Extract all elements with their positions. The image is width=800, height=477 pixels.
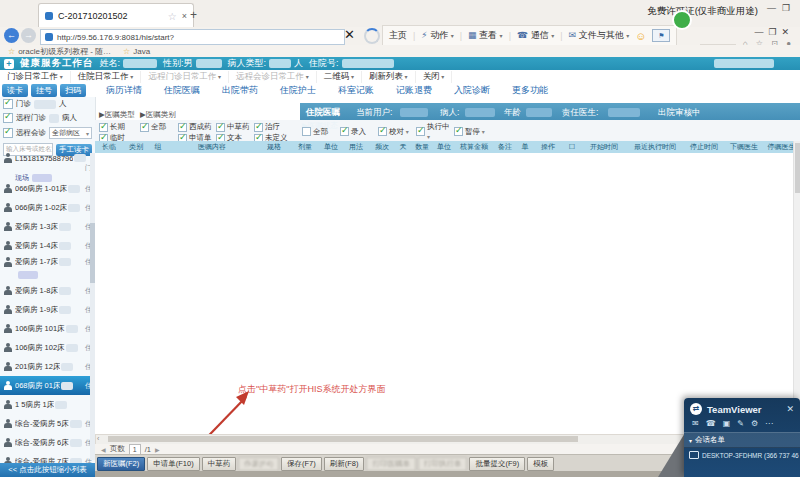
session-list-header[interactable]: ▾ 会话名单 xyxy=(684,432,800,448)
browser-window-controls[interactable]: —❐✕ xyxy=(754,27,794,37)
table-column-header[interactable]: 数量 xyxy=(411,142,433,152)
menu-item[interactable]: 刷新列表 ▾ xyxy=(362,71,416,83)
scroll-left-icon[interactable]: ‹ xyxy=(97,435,99,442)
tv-home-button[interactable]: 主页 xyxy=(389,29,407,42)
filter-checkbox[interactable]: 西成药 xyxy=(178,122,216,132)
stop-icon[interactable]: ✕ xyxy=(344,27,355,42)
table-column-header[interactable]: 单位 xyxy=(319,142,343,152)
tv-menu-communication[interactable]: ☎ 通信 ▾ xyxy=(517,29,554,42)
table-column-header[interactable]: 停止时间 xyxy=(683,142,725,152)
toolbar-button[interactable]: 保存(F7) xyxy=(281,457,322,471)
tv-menu-files[interactable]: ✉ 文件与其他 ▾ xyxy=(569,29,630,42)
table-column-header[interactable]: 最近执行时间 xyxy=(627,142,683,152)
filter-outpatient[interactable]: 门诊 人 xyxy=(0,97,95,111)
toolbar-button[interactable]: 打印医嘱单 xyxy=(366,457,416,471)
feedback-smiley-icon[interactable]: ☺ xyxy=(635,30,646,42)
module-tab[interactable]: 病历详情 xyxy=(95,84,153,97)
table-column-header[interactable]: 剂量 xyxy=(291,142,319,152)
settings-gear-icon[interactable]: ⚙ xyxy=(751,419,758,428)
ward-select[interactable]: 全部病区▾ xyxy=(49,127,92,139)
table-column-header[interactable]: 开始时间 xyxy=(581,142,627,152)
table-column-header[interactable]: 组 xyxy=(149,142,167,152)
patient-row[interactable]: 1 5病房 1床 xyxy=(0,395,95,414)
checkbox-icon[interactable] xyxy=(3,99,13,109)
tab-close-icon[interactable]: × xyxy=(182,11,187,21)
toolbar-button[interactable]: 中草药 xyxy=(202,457,237,471)
bookmark-item[interactable]: ☆ oracle初级系列教程 - 随… xyxy=(8,46,111,57)
back-icon[interactable]: ← xyxy=(4,28,19,43)
toolbar-button[interactable]: 模板 xyxy=(527,457,554,471)
table-column-header[interactable]: 天 xyxy=(395,142,411,152)
scrollbar-thumb[interactable] xyxy=(108,436,578,442)
patient-row[interactable]: 068病房 01床 住 xyxy=(0,376,95,395)
tv-menu-view[interactable]: ▦ 查看 ▾ xyxy=(468,29,503,42)
video-icon[interactable]: ▣ xyxy=(723,419,731,428)
table-column-header[interactable]: ☐ xyxy=(563,143,581,151)
page-prev-icon[interactable]: ◀ xyxy=(101,446,106,453)
module-tab[interactable]: 住院医嘱 xyxy=(153,84,211,97)
forward-icon[interactable]: → xyxy=(21,28,36,43)
menu-item[interactable]: 远程会诊日常工作 ▾ xyxy=(229,71,317,83)
patient-row[interactable]: 爱病房 1-4床 住 xyxy=(0,236,95,255)
patient-row[interactable]: 综合-爱病房 6床 住 xyxy=(0,433,95,452)
table-column-header[interactable]: 单位 xyxy=(433,142,455,152)
filter-checkbox[interactable]: 全部 xyxy=(140,122,178,132)
quick-button[interactable]: 扫码 xyxy=(60,84,86,97)
patient-row[interactable]: 106病房 101床 住 xyxy=(0,319,95,338)
toolbar-button[interactable]: 作废(F4) xyxy=(238,457,279,471)
table-column-header[interactable]: 类别 xyxy=(123,142,149,152)
table-column-header[interactable]: 长临 xyxy=(95,142,123,152)
patient-row[interactable]: 201病房 12床 住 xyxy=(0,357,95,376)
toolbar-button[interactable]: 新医嘱(F2) xyxy=(97,457,145,471)
table-column-header[interactable]: 单 xyxy=(517,142,533,152)
filter-checkbox[interactable]: 中草药 xyxy=(216,122,254,132)
toolbar-button[interactable]: 申请单(F10) xyxy=(147,457,199,471)
checkbox-icon[interactable] xyxy=(3,128,13,138)
refresh-spinner-icon[interactable] xyxy=(364,28,380,44)
page-next-icon[interactable]: ▶ xyxy=(155,446,160,453)
menu-item[interactable]: 门诊日常工作 ▾ xyxy=(0,71,71,83)
call-icon[interactable]: ☎ xyxy=(706,419,716,428)
table-column-header[interactable]: 操作 xyxy=(533,142,563,152)
browser-tab[interactable]: C-201710201502 ☆ × xyxy=(38,3,194,28)
session-device-row[interactable]: DESKTOP-3FDHMR (366 737 46 xyxy=(684,448,800,462)
tv-menu-actions[interactable]: ⚡ 动作 ▾ xyxy=(421,29,453,42)
module-tab[interactable]: 住院护士 xyxy=(269,84,327,97)
close-icon[interactable]: ✕ xyxy=(786,404,794,414)
filter-checkbox[interactable]: 治疗 xyxy=(254,122,292,132)
menu-item[interactable]: 远程门诊日常工作 ▾ xyxy=(141,71,229,83)
patient-row[interactable]: L1518157588796 门 现场 xyxy=(0,153,95,179)
filter-checkbox[interactable]: 校对 xyxy=(378,122,416,141)
quick-button[interactable]: 挂号 xyxy=(31,84,57,97)
checkbox-icon[interactable] xyxy=(3,113,13,123)
filter-checkbox[interactable]: 暂停 xyxy=(454,122,492,141)
module-tab[interactable]: 出院带药 xyxy=(211,84,269,97)
table-column-header[interactable]: 下嘱医生 xyxy=(725,142,763,152)
patient-row[interactable]: 综合-爱病房 5床 住 xyxy=(0,414,95,433)
table-vertical-scrollbar[interactable] xyxy=(793,141,800,434)
filter-checkbox[interactable]: 录入 xyxy=(340,122,378,141)
patient-row[interactable]: 爱病房 1-9床 住 xyxy=(0,300,95,319)
table-column-header[interactable]: 用法 xyxy=(343,142,369,152)
chat-icon[interactable]: ✉ xyxy=(692,419,699,428)
filter-checkbox[interactable]: 长期 xyxy=(99,122,137,132)
page-number-input[interactable]: 1 xyxy=(129,444,141,455)
collapse-list-button[interactable]: << 点击此按钮缩小列表 xyxy=(0,463,95,477)
patient-row[interactable]: 066病房 1-02床 住 xyxy=(0,198,95,217)
pin-panel-icon[interactable]: ⚑ xyxy=(652,29,670,42)
address-bar[interactable]: http://59.56.176.9:8081/his/start? xyxy=(40,29,345,45)
table-column-header[interactable]: 频次 xyxy=(369,142,395,152)
patient-row[interactable]: 爱病房 1-8床 住 xyxy=(0,281,95,300)
toolbar-button[interactable]: 打印执行单 xyxy=(418,457,468,471)
table-column-header[interactable]: 医嘱内容 xyxy=(167,142,257,152)
table-column-header[interactable]: 规格 xyxy=(257,142,291,152)
bookmark-item[interactable]: ☆ Java xyxy=(123,47,150,56)
menu-item[interactable]: 住院日常工作 ▾ xyxy=(71,71,142,83)
filter-checkbox[interactable]: 执行中 xyxy=(416,122,454,141)
more-icon[interactable]: ⋯ xyxy=(765,419,773,428)
toolbar-button[interactable]: 刷新(F8) xyxy=(324,457,365,471)
patient-row[interactable]: 爱病房 1-3床 住 xyxy=(0,217,95,236)
filter-checkbox[interactable]: 全部 xyxy=(302,122,340,141)
patient-row[interactable]: 爱病房 1-7床 住 xyxy=(0,255,95,281)
module-tab[interactable]: 记账退费 xyxy=(385,84,443,97)
